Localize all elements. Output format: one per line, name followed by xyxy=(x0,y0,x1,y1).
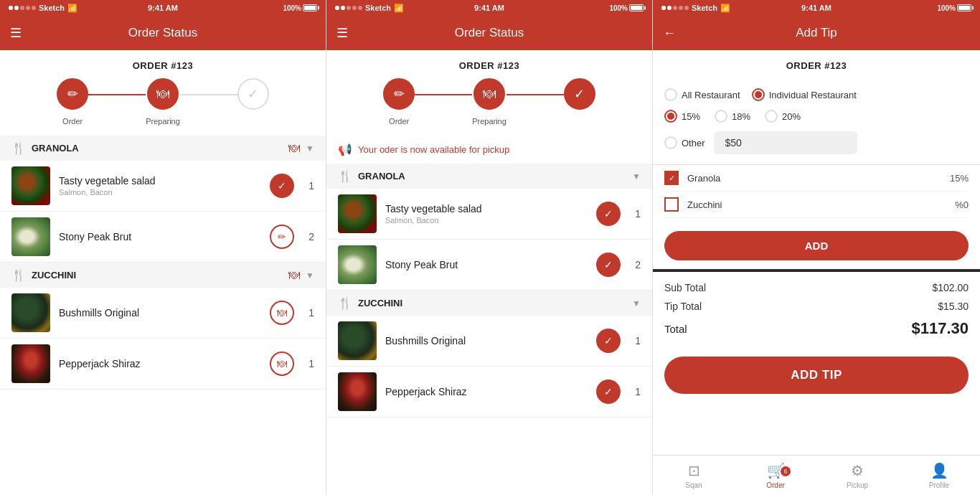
tip-row-granola: ✓ Granola 15% xyxy=(664,165,969,192)
battery-3: 100% xyxy=(937,4,971,12)
section-granola-2[interactable]: 🍴 GRANOLA ▼ xyxy=(326,164,652,189)
step-preparing-label-2: Preparing xyxy=(472,117,507,126)
panel-1: Sketch 📶 9:41 AM 100% ☰ Order Status ORD… xyxy=(0,0,326,495)
menu-icon-1[interactable]: ☰ xyxy=(10,25,22,41)
section-zucchini-title-2: ZUCCHINI xyxy=(358,298,402,308)
back-button[interactable]: ← xyxy=(663,26,676,41)
food-qty-salad-2: 1 xyxy=(635,208,641,220)
scroll-content-2[interactable]: ORDER #123 ✏ Order 🍽 Preparing ✓ 📢 Your … xyxy=(326,50,652,495)
progress-bar-1: ✏ Order 🍽 Preparing ✓ xyxy=(0,78,326,136)
signal-dot-1 xyxy=(9,6,13,10)
tip-18-option[interactable]: 18% xyxy=(715,110,750,123)
food-name-bushmills-2: Bushmills Original xyxy=(385,335,588,346)
section-granola-title-1: GRANOLA xyxy=(32,143,79,154)
food-name-bushmills-1: Bushmills Original xyxy=(59,307,261,319)
tip-20-label: 20% xyxy=(782,111,801,122)
food-status-brut-2: ✓ xyxy=(596,253,621,277)
food-item-salad-2: Tasty vegetable salad Salmon, Bacon ✓ 1 xyxy=(326,189,652,240)
other-input[interactable] xyxy=(714,131,857,154)
tip-20-radio[interactable] xyxy=(765,110,778,123)
add-button[interactable]: ADD xyxy=(664,231,969,260)
food-img-salad-2 xyxy=(338,194,377,233)
pickup-label: Pickup xyxy=(847,481,868,489)
tip-18-radio[interactable] xyxy=(715,110,727,123)
signal-dot-3c xyxy=(673,6,677,10)
food-status-pepperjack-2: ✓ xyxy=(596,380,621,404)
nav-profile[interactable]: 👤 Profile xyxy=(898,456,980,495)
signal-dot-3 xyxy=(20,6,24,10)
tip-pct-row: 15% 18% 20% xyxy=(664,110,969,123)
nav-sqan[interactable]: ⊡ Sqan xyxy=(653,456,735,495)
profile-icon: 👤 xyxy=(930,462,948,479)
section-granola-1[interactable]: 🍴 GRANOLA 🍽 ▼ xyxy=(0,136,326,161)
food-name-pepperjack-2: Pepperjack Shiraz xyxy=(385,386,588,397)
all-restaurant-radio[interactable] xyxy=(664,88,677,101)
step-order-label-1: Order xyxy=(62,117,83,126)
individual-restaurant-radio[interactable] xyxy=(752,88,765,101)
tip-15-radio[interactable] xyxy=(664,110,677,123)
order-label: Order xyxy=(766,481,785,489)
other-label: Other xyxy=(682,138,705,148)
food-img-pepperjack-1 xyxy=(11,344,50,383)
nav-pickup[interactable]: ⚙ Pickup xyxy=(816,456,898,495)
food-status-bushmills-2: ✓ xyxy=(596,329,621,353)
tip-total-row: Tip Total $15.30 xyxy=(664,301,969,312)
app-header-1: ☰ Order Status xyxy=(0,16,326,50)
grand-total-label: Total xyxy=(664,323,687,335)
individual-restaurant-option[interactable]: Individual Restaurant xyxy=(752,88,857,101)
signal-dot-2 xyxy=(14,6,19,10)
zucchini-checkbox[interactable] xyxy=(664,197,679,212)
food-item-pepperjack-2: Pepperjack Shiraz ✓ 1 xyxy=(326,367,652,418)
food-qty-pepperjack-2: 1 xyxy=(635,386,641,397)
add-tip-button[interactable]: ADD TIP xyxy=(664,357,969,394)
battery-2: 100% xyxy=(609,4,644,12)
nav-order[interactable]: 🛒 6 Order xyxy=(735,456,816,495)
chevron-down-2[interactable]: ▼ xyxy=(632,171,641,182)
food-item-brut-2: Stony Peak Brut ✓ 2 xyxy=(326,240,652,291)
food-qty-bushmills-2: 1 xyxy=(635,335,641,346)
signal-dot-2c xyxy=(347,6,351,10)
chevron-down-z1[interactable]: ▼ xyxy=(306,270,314,280)
granola-checkbox[interactable]: ✓ xyxy=(664,171,679,185)
status-bar-2: Sketch 📶 9:41 AM 100% xyxy=(326,0,652,16)
app-header-3: ← Add Tip xyxy=(653,16,980,50)
chevron-down-z2[interactable]: ▼ xyxy=(632,298,641,308)
tip-20-option[interactable]: 20% xyxy=(765,110,801,123)
scroll-content-1[interactable]: ORDER #123 ✏ Order 🍽 Preparing ✓ 🍴 GRANO… xyxy=(0,50,326,495)
fork-icon-2: 🍴 xyxy=(338,169,352,183)
section-zucchini-2[interactable]: 🍴 ZUCCHINI ▼ xyxy=(326,291,652,316)
wifi-icon-2: 📶 xyxy=(394,4,404,13)
other-option[interactable]: Other xyxy=(664,136,705,149)
carrier-label-3: Sketch xyxy=(692,4,717,12)
food-name-brut-1: Stony Peak Brut xyxy=(59,231,261,242)
bottom-nav: ⊡ Sqan 🛒 6 Order ⚙ Pickup 👤 Profile xyxy=(653,455,980,495)
order-badge: 6 xyxy=(781,466,791,476)
signal-dot-3a xyxy=(661,6,666,10)
progress-bar-2: ✏ Order 🍽 Preparing ✓ xyxy=(326,78,652,136)
progress-line-2b xyxy=(507,94,564,95)
carrier-label-2: Sketch xyxy=(365,4,391,12)
status-bar-3: Sketch 📶 9:41 AM 100% xyxy=(653,0,980,16)
signal-dot-3d xyxy=(679,6,683,10)
tip-total-label: Tip Total xyxy=(664,301,702,312)
food-info-pepperjack-1: Pepperjack Shiraz xyxy=(59,358,261,369)
step-done-1: ✓ xyxy=(237,78,269,110)
chevron-down-1[interactable]: ▼ xyxy=(306,143,314,154)
section-zucchini-1[interactable]: 🍴 ZUCCHINI 🍽 ▼ xyxy=(0,263,326,288)
status-bar-1: Sketch 📶 9:41 AM 100% xyxy=(0,0,326,16)
tip-row-zucchini: Zucchini %0 xyxy=(664,192,969,218)
menu-icon-2[interactable]: ☰ xyxy=(336,25,348,41)
scroll-content-3[interactable]: ORDER #123 All Restaurant Individual Res… xyxy=(653,50,980,455)
tip-15-option[interactable]: 15% xyxy=(664,110,700,123)
progress-line-1b xyxy=(180,94,237,95)
all-restaurant-label: All Restaurant xyxy=(682,90,740,100)
all-restaurant-option[interactable]: All Restaurant xyxy=(664,88,740,101)
individual-restaurant-label: Individual Restaurant xyxy=(769,90,857,100)
other-radio[interactable] xyxy=(664,136,677,149)
zucchini-name: Zucchini xyxy=(687,199,946,210)
food-img-brut-2 xyxy=(338,245,377,284)
food-item-salad-1: Tasty vegetable salad Salmon, Bacon ✓ 1 xyxy=(0,161,326,212)
food-name-brut-2: Stony Peak Brut xyxy=(385,259,588,270)
pickup-icon-nav: ⚙ xyxy=(851,462,864,479)
food-item-pepperjack-1: Pepperjack Shiraz 🍽 1 xyxy=(0,339,326,390)
